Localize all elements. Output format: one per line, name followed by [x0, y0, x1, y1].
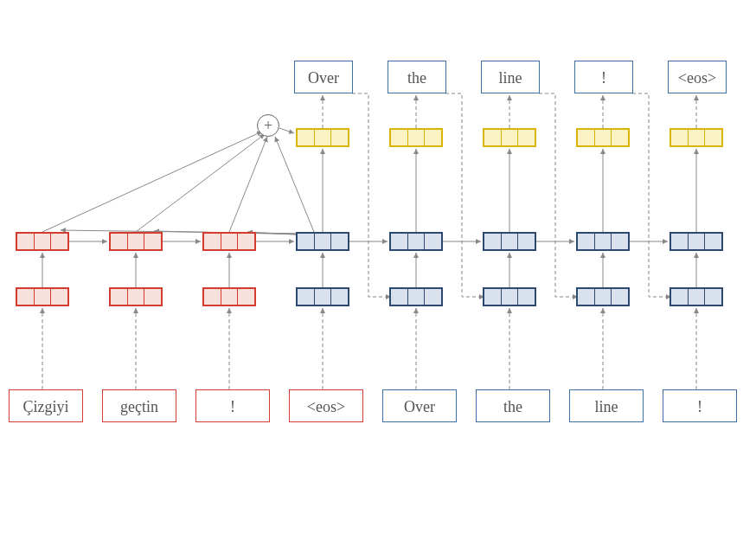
- encoder-input-token: !: [195, 389, 270, 422]
- encoder-input-token: <eos>: [289, 389, 363, 422]
- svg-line-27: [61, 230, 310, 234]
- svg-line-26: [275, 137, 314, 232]
- decoder-hidden-vector: [389, 232, 443, 251]
- attention-vector: [483, 128, 536, 147]
- decoder-embed-vector: [576, 287, 630, 306]
- attention-vector: [296, 128, 349, 147]
- output-token: !: [574, 61, 633, 93]
- decoder-hidden-vector: [296, 232, 349, 251]
- encoder-hidden-vector: [109, 232, 163, 251]
- encoder-embed-vector: [109, 287, 163, 306]
- decoder-input-token: Over: [382, 389, 457, 422]
- svg-line-25: [229, 137, 267, 232]
- attention-vector: [389, 128, 443, 147]
- attention-sum-node: +: [257, 114, 279, 137]
- decoder-input-token: !: [663, 389, 737, 422]
- decoder-embed-vector: [670, 287, 723, 306]
- decoder-input-token: line: [569, 389, 644, 422]
- output-token: the: [388, 61, 446, 93]
- svg-line-23: [42, 132, 262, 232]
- output-token: Over: [294, 61, 353, 93]
- encoder-hidden-vector: [202, 232, 256, 251]
- decoder-embed-vector: [389, 287, 443, 306]
- encoder-embed-vector: [202, 287, 256, 306]
- svg-line-30: [279, 128, 294, 133]
- encoder-input-token: geçtin: [102, 389, 176, 422]
- output-token: <eos>: [668, 61, 727, 93]
- decoder-hidden-vector: [670, 232, 723, 251]
- encoder-embed-vector: [16, 287, 69, 306]
- attention-vector: [576, 128, 630, 147]
- seq2seq-diagram: + Over the line ! <eos> Çizgiyi geçtin !…: [9, 61, 747, 467]
- decoder-input-token: the: [476, 389, 550, 422]
- svg-line-24: [136, 134, 265, 232]
- decoder-hidden-vector: [576, 232, 630, 251]
- output-token: line: [481, 61, 540, 93]
- encoder-hidden-vector: [16, 232, 69, 251]
- decoder-hidden-vector: [483, 232, 536, 251]
- decoder-embed-vector: [296, 287, 349, 306]
- encoder-input-token: Çizgiyi: [9, 389, 83, 422]
- decoder-embed-vector: [483, 287, 536, 306]
- attention-vector: [670, 128, 723, 147]
